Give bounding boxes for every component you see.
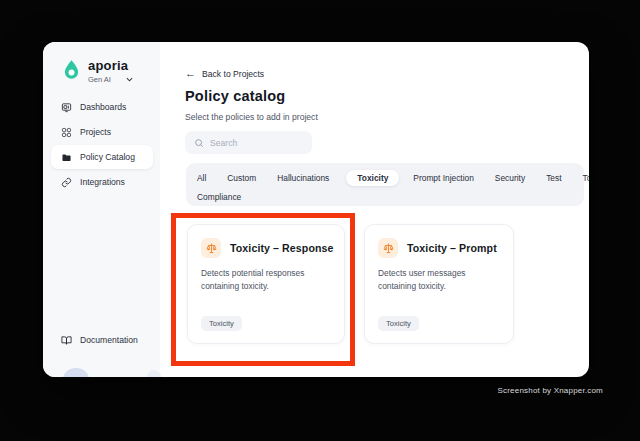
folder-icon <box>61 152 72 163</box>
tab-topics[interactable]: Topics <box>582 170 589 186</box>
policy-tag-badge: Toxicity <box>378 316 419 331</box>
tab-hallucinations[interactable]: Hallucinations <box>277 170 329 186</box>
workspace-name: Gen AI <box>88 75 111 84</box>
policy-card-description: Detects potential responses containing t… <box>201 267 331 293</box>
scales-icon <box>205 242 218 255</box>
screenshot-watermark: Screenshot by Xnapper.com <box>497 386 603 395</box>
scales-icon <box>382 242 395 255</box>
sidebar-item-label: Integrations <box>80 177 125 187</box>
tab-row-1: All Custom Hallucinations Toxicity Promp… <box>197 168 573 187</box>
policy-card-title: Toxicity – Response <box>230 242 334 254</box>
app-window: aporia Gen AI Dashboards <box>43 42 589 377</box>
policy-tag-badge: Toxicity <box>201 316 242 331</box>
search-input[interactable] <box>210 138 300 148</box>
sidebar-item-label: Policy Catalog <box>80 152 135 162</box>
page-subtitle: Select the policies to add in project <box>185 112 318 122</box>
sidebar-item-policy-catalog[interactable]: Policy Catalog <box>51 145 153 169</box>
dashboard-icon <box>61 102 72 113</box>
policy-card-description: Detects user messages containing toxicit… <box>378 267 500 293</box>
tab-security[interactable]: Security <box>495 170 525 186</box>
projects-grid-icon <box>61 127 72 138</box>
tab-prompt-injection[interactable]: Prompt Injection <box>413 170 474 186</box>
link-icon <box>61 177 72 188</box>
back-arrow-icon: ← <box>185 68 196 79</box>
page-title: Policy catalog <box>185 88 285 104</box>
sidebar-item-documentation[interactable]: Documentation <box>51 328 153 352</box>
decorative-blob <box>63 368 89 377</box>
workspace-switcher[interactable]: aporia Gen AI <box>61 58 134 84</box>
back-to-projects-link[interactable]: ← Back to Projects <box>185 68 264 79</box>
policy-card-toxicity-prompt[interactable]: Toxicity – Prompt Detects user messages … <box>364 224 514 344</box>
sidebar-item-projects[interactable]: Projects <box>51 120 153 144</box>
policy-icon-badge <box>378 238 398 258</box>
search-input-wrap <box>185 131 312 154</box>
tab-compliance[interactable]: Compliance <box>197 189 241 205</box>
book-icon <box>61 335 72 346</box>
aporia-logo-icon <box>61 58 82 84</box>
search-icon <box>194 138 204 148</box>
sidebar: aporia Gen AI Dashboards <box>43 42 160 377</box>
sidebar-item-label: Documentation <box>80 335 138 345</box>
tab-all[interactable]: All <box>197 170 206 186</box>
sidebar-item-dashboards[interactable]: Dashboards <box>51 95 153 119</box>
policy-card-toxicity-response[interactable]: Toxicity – Response Detects potential re… <box>187 224 345 344</box>
sidebar-item-label: Projects <box>80 127 111 137</box>
chevron-down-icon[interactable] <box>125 75 134 84</box>
policy-filter-tabs: All Custom Hallucinations Toxicity Promp… <box>186 163 584 206</box>
policy-card-title: Toxicity – Prompt <box>407 242 497 254</box>
tab-test[interactable]: Test <box>546 170 561 186</box>
sidebar-item-label: Dashboards <box>80 102 126 112</box>
decorative-blob <box>147 370 161 377</box>
sidebar-item-integrations[interactable]: Integrations <box>51 170 153 194</box>
policy-icon-badge <box>201 238 221 258</box>
brand-name: aporia <box>88 58 134 74</box>
tab-toxicity[interactable]: Toxicity <box>346 170 399 186</box>
tab-custom[interactable]: Custom <box>227 170 256 186</box>
tab-row-2: Compliance <box>197 187 573 206</box>
